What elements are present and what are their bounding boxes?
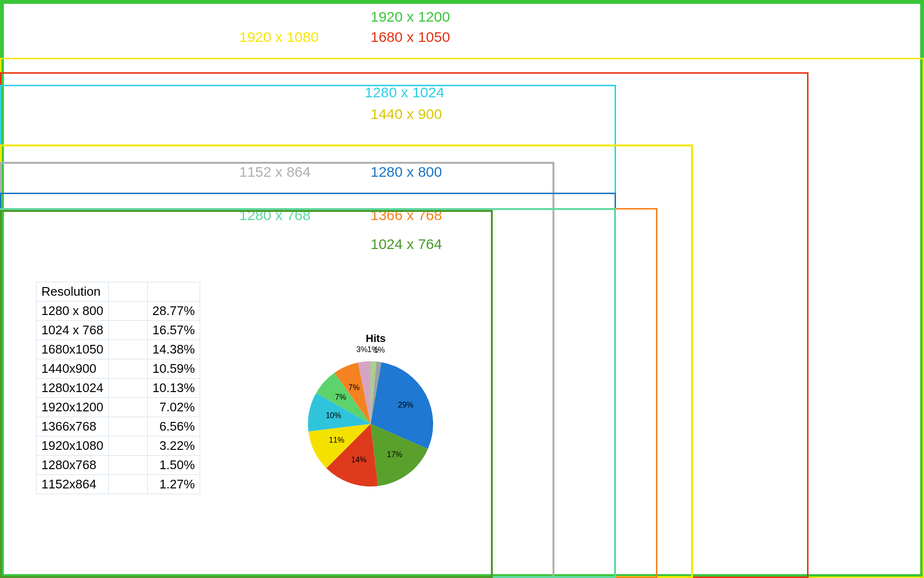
pie-slice-label: 17% (387, 450, 402, 459)
table-cell-percent: 1.50% (147, 456, 200, 475)
pie-slice-label: 29% (398, 401, 413, 409)
table-cell-resolution: 1366x768 (37, 417, 109, 436)
box-1280x800-label: 1280 x 800 (371, 164, 442, 180)
table-cell-percent: 14.38% (147, 340, 200, 359)
table-cell-percent: 3.22% (147, 436, 200, 456)
table-cell-resolution: 1152x864 (37, 475, 109, 494)
table-cell-resolution: 924x578 (37, 398, 109, 417)
box-1920x1080-label: 1920 x 1080 (239, 29, 319, 45)
table-row: 1920x12007.02% (37, 398, 200, 417)
table-cell-percent: 28.77% (147, 302, 200, 321)
pie-slice-label: 14% (351, 456, 367, 464)
table-cell-percent: 6.56% (147, 417, 200, 436)
pie-slice-label: 7% (335, 393, 346, 402)
table-cell-resolution: 1024 x 768 (37, 321, 109, 340)
table-cell-percent: 16.57% (147, 321, 200, 340)
table-row: 1280x7681.50% (37, 456, 200, 475)
table-cell-percent: 10.59% (147, 359, 200, 379)
pie-slice-label: 3% (357, 345, 368, 354)
resolution-diagram: 1920 x 12001920 x 10801680 x 10501280 x … (0, 0, 924, 578)
table-cell-percent: 10.13% (147, 379, 200, 398)
box-1680x1050-label: 1680 x 1050 (371, 29, 450, 45)
pie-title: Hits (366, 332, 386, 345)
pie-slice-label: 10% (326, 411, 341, 420)
table-row: 1280x102410.13% (37, 379, 200, 398)
box-924x578-label: 924 x 578 (371, 9, 450, 25)
table-row: 1280 x 80028.77% (37, 302, 200, 321)
table-cell-resolution: 1280 x 800 (37, 302, 109, 321)
table-cell-resolution: 1280x1024 (37, 379, 109, 398)
hits-pie-chart: Hits29%17%14%11%10%7%7%3%1%1% (265, 328, 476, 511)
table-cell-resolution: 1440x900 (37, 359, 109, 379)
table-header-resolution: Resolution (37, 282, 109, 302)
box-1024x764-label: 1024 x 764 (371, 236, 442, 252)
resolution-table: Resolution1280 x 80028.77%1024 x 76816.5… (36, 282, 200, 494)
box-1280x1024-label: 1280 x 1024 (365, 84, 444, 101)
box-1152x864-label: 1152 x 864 (239, 164, 310, 180)
table-cell-resolution: 1680x1050 (37, 340, 109, 359)
table-row: 1440x90010.59% (37, 359, 200, 379)
box-1440x900-label: 1440 x 900 (371, 106, 442, 122)
table-row: 1024 x 76816.57% (37, 321, 200, 340)
table-row: 1366x7686.56% (37, 417, 200, 436)
table-cell-resolution: 1920x1080 (37, 436, 109, 456)
table-row: 1152x8641.27% (37, 475, 200, 494)
table-cell-percent: 1.27% (147, 475, 200, 494)
pie-slice-label: 11% (329, 436, 345, 445)
pie-slice-label: 1% (374, 346, 385, 355)
table-row: 1920x10803.22% (37, 436, 200, 456)
table-cell-percent: 7.02% (147, 398, 200, 417)
table-cell-resolution: 1280x768 (37, 456, 109, 475)
pie-svg (265, 328, 476, 511)
pie-slice-label: 7% (348, 383, 359, 392)
table-row: 1680x105014.38% (37, 340, 200, 359)
